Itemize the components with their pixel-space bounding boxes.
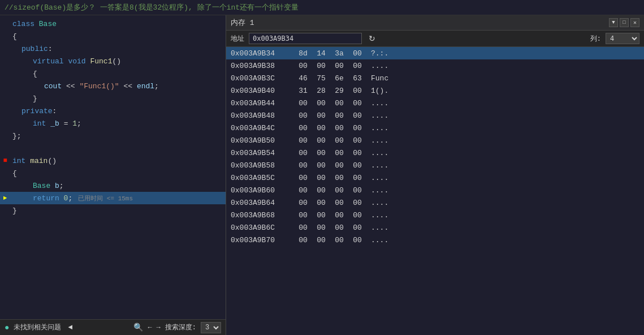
mem-byte-3: 00 (330, 134, 348, 147)
mem-addr: 0x003A9B4C (226, 122, 294, 134)
mem-addr: 0x003A9B40 (226, 84, 294, 97)
code-line-14: Base b; (0, 179, 226, 192)
refresh-btn[interactable]: ↻ (366, 33, 378, 44)
mem-ascii: .... (366, 171, 644, 184)
mem-byte-2: 00 (312, 209, 330, 221)
memory-row: 0x003A9B64 00 00 00 00 .... (226, 196, 644, 209)
no-issues-text: 未找到相关问题 (14, 323, 61, 332)
mem-byte-1: 46 (294, 72, 312, 84)
mem-ascii: 1(). (366, 84, 644, 97)
mem-byte-2: 00 (312, 122, 330, 134)
code-status-bar: ● 未找到相关问题 ◄ 🔍 ← → 搜索深度: 3 1 2 4 5 (0, 319, 226, 335)
code-line-6: cout << "Func1()" << endl; (0, 80, 226, 92)
code-line-3: public: (0, 42, 226, 55)
mem-byte-3: 00 (330, 97, 348, 109)
nav-back-btn[interactable]: ← (148, 324, 152, 332)
mem-byte-3: 00 (330, 184, 348, 196)
mem-byte-4: 00 (348, 184, 366, 196)
mem-ascii: ?.:. (366, 47, 644, 59)
code-line-9: int _b = 1; (0, 117, 226, 130)
line-content-7: } (10, 95, 37, 103)
mem-ascii: .... (366, 184, 644, 196)
mem-byte-4: 00 (348, 196, 366, 209)
mem-ascii: .... (366, 159, 644, 171)
mem-byte-4: 00 (348, 209, 366, 221)
mem-addr: 0x003A9B3C (226, 72, 294, 84)
memory-close-btn[interactable]: ✕ (630, 18, 639, 27)
memory-row: 0x003A9B4C 00 00 00 00 .... (226, 122, 644, 134)
line-content-10: }; (10, 132, 21, 140)
line-content-9: int _b = 1; (10, 119, 81, 128)
mem-byte-3: 00 (330, 59, 348, 72)
code-line-7: } (0, 92, 226, 105)
mem-byte-3: 00 (330, 196, 348, 209)
mem-ascii: .... (366, 147, 644, 159)
memory-row: 0x003A9B34 8d 14 3a 00 ?.:. (226, 47, 644, 59)
gutter-12: ■ (0, 157, 10, 165)
memory-title-bar: 内存 1 ▼ □ ✕ (226, 15, 644, 31)
mem-byte-1: 00 (294, 159, 312, 171)
mem-byte-2: 75 (312, 72, 330, 84)
mem-addr: 0x003A9B48 (226, 109, 294, 122)
code-line-15: ► return 0;已用时间 <= 15ms (0, 192, 226, 204)
line-content-16: } (10, 207, 17, 215)
memory-dropdown-btn[interactable]: ▼ (609, 18, 618, 27)
mem-byte-2: 00 (312, 147, 330, 159)
mem-byte-4: 00 (348, 109, 366, 122)
mem-addr: 0x003A9B68 (226, 209, 294, 221)
mem-addr: 0x003A9B38 (226, 59, 294, 72)
mem-addr: 0x003A9B70 (226, 234, 294, 246)
mem-byte-2: 00 (312, 59, 330, 72)
col-select[interactable]: 4 1 2 8 16 (606, 33, 639, 44)
mem-byte-3: 00 (330, 147, 348, 159)
mem-ascii: Func (366, 72, 644, 84)
mem-byte-3: 6e (330, 72, 348, 84)
memory-window-controls: ▼ □ ✕ (609, 18, 639, 27)
mem-byte-4: 00 (348, 84, 366, 97)
comment-bar: //sizeof(Base)是多少？ 一答案是8(我是32位程序), 除了一个i… (0, 0, 644, 15)
mem-byte-2: 28 (312, 84, 330, 97)
memory-row: 0x003A9B70 00 00 00 00 .... (226, 234, 644, 246)
mem-byte-1: 00 (294, 59, 312, 72)
mem-byte-2: 14 (312, 47, 330, 59)
mem-byte-3: 29 (330, 84, 348, 97)
mem-byte-1: 00 (294, 122, 312, 134)
status-green-dot: ● (5, 323, 9, 332)
mem-byte-2: 00 (312, 184, 330, 196)
line-content-2: { (10, 32, 17, 41)
address-bar: 地址 ↻ 列: 4 1 2 8 16 (226, 31, 644, 47)
col-label: 列: (590, 34, 601, 44)
depth-select[interactable]: 3 1 2 4 5 (201, 322, 221, 333)
memory-row: 0x003A9B44 00 00 00 00 .... (226, 97, 644, 109)
line-content-14: Base b; (10, 182, 64, 190)
memory-row: 0x003A9B40 31 28 29 00 1(). (226, 84, 644, 97)
mem-ascii: .... (366, 134, 644, 147)
mem-byte-4: 00 (348, 59, 366, 72)
code-line-12: ■ int main() (0, 154, 226, 167)
memory-table-wrapper: 0x003A9B34 8d 14 3a 00 ?.:. 0x003A9B38 0… (226, 47, 644, 335)
mem-byte-1: 00 (294, 184, 312, 196)
mem-byte-1: 00 (294, 147, 312, 159)
nav-forward-btn[interactable]: → (157, 324, 161, 332)
mem-byte-1: 00 (294, 234, 312, 246)
memory-row: 0x003A9B58 00 00 00 00 .... (226, 159, 644, 171)
memory-row: 0x003A9B68 00 00 00 00 .... (226, 209, 644, 221)
memory-restore-btn[interactable]: □ (620, 18, 629, 27)
mem-addr: 0x003A9B44 (226, 97, 294, 109)
memory-row: 0x003A9B38 00 00 00 00 .... (226, 59, 644, 72)
comment-text: //sizeof(Base)是多少？ 一答案是8(我是32位程序), 除了一个i… (5, 3, 299, 12)
code-line-4: virtual void Func1() (0, 55, 226, 67)
mem-ascii: .... (366, 109, 644, 122)
classname-base: Base (39, 20, 57, 28)
mem-addr: 0x003A9B34 (226, 47, 294, 59)
code-panel: class Base { public: virtual void Func1(… (0, 15, 226, 335)
main-area: class Base { public: virtual void Func1(… (0, 15, 644, 335)
mem-byte-4: 00 (348, 122, 366, 134)
mem-byte-3: 00 (330, 221, 348, 234)
address-input[interactable] (249, 33, 362, 44)
search-icon: 🔍 (133, 323, 143, 332)
memory-row: 0x003A9B6C 00 00 00 00 .... (226, 221, 644, 234)
mem-addr: 0x003A9B60 (226, 184, 294, 196)
mem-byte-1: 00 (294, 209, 312, 221)
memory-row: 0x003A9B5C 00 00 00 00 .... (226, 171, 644, 184)
